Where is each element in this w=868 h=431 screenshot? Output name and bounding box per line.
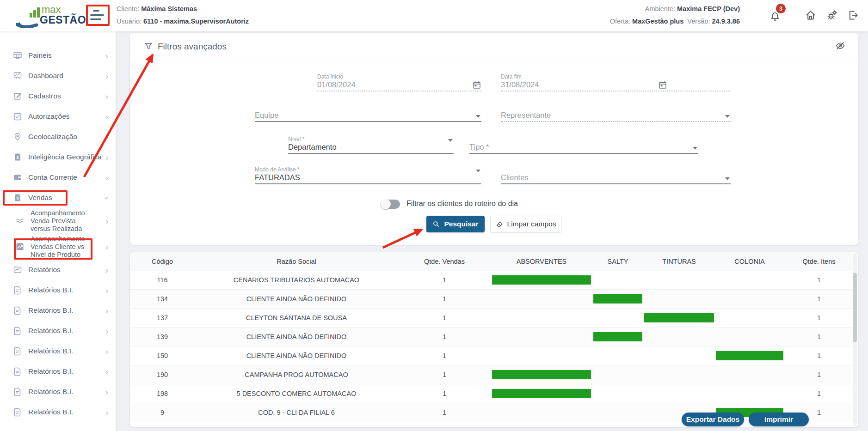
analysis-mode-underline — [255, 183, 481, 184]
type-select[interactable]: Tipo * — [469, 143, 698, 154]
sidebar-item-label: Relatórios B.I. — [28, 408, 73, 416]
sidebar-item-label: Geolocalização — [28, 133, 77, 141]
sidebar-item-label: Cadastros — [28, 92, 61, 100]
doc-icon — [13, 326, 22, 335]
doc-icon — [13, 346, 22, 356]
notification-count-badge[interactable]: 3 — [776, 4, 786, 13]
sidebar-item-relatorios-b-i[interactable]: Relatórios B.I.› — [0, 280, 116, 300]
date-start-field[interactable]: Data inicio 01/08/2024 — [317, 73, 481, 91]
export-data-button[interactable]: Exportar Dados — [682, 413, 744, 426]
hide-filters-eye-off-icon[interactable] — [835, 41, 845, 51]
sidebar-item-inteligencia-geografica[interactable]: $Inteligência Geográfica› — [0, 147, 116, 167]
versao-label: Versão: — [687, 18, 710, 25]
app-logo[interactable]: max GESTÃO — [13, 3, 82, 29]
clear-fields-button[interactable]: Limpar campos — [490, 216, 561, 232]
table-row: 150CLIENTE AINDA NÃO DEFINIDO11 — [130, 346, 854, 365]
cell-qtde-vendas: 1 — [398, 271, 491, 289]
table-row: 134CLIENTE AINDA NÃO DEFINIDO11 — [130, 290, 854, 309]
sidebar-item-relatorios-b-i[interactable]: Relatórios B.I.› — [0, 361, 116, 382]
annotation-box-hamburger — [86, 5, 110, 26]
calendar-icon[interactable] — [472, 80, 481, 90]
sidebar-item-paineis[interactable]: Paineis› — [0, 45, 116, 66]
doc-icon — [13, 367, 22, 376]
table-body: 116CENARIOS TRIBUTARIOS AUTOMACAO11134CL… — [130, 271, 854, 422]
mail-chart-icon — [13, 265, 22, 274]
cell-salty — [592, 290, 643, 308]
client-label: Cliente: — [117, 5, 139, 12]
ambiente-label: Ambiente: — [645, 5, 675, 12]
sidebar-item-relatorios-b-i[interactable]: Relatórios B.I.› — [0, 300, 116, 321]
sidebar-item-conta-corrente[interactable]: Conta Corrente› — [0, 167, 116, 188]
table-row: 9COD. 9 - CLI DA FILIAL 611 — [130, 403, 854, 422]
representative-select[interactable]: Representante — [501, 111, 731, 122]
sidebar-item-label: Relatórios B.I. — [28, 367, 73, 376]
clients-placeholder: Clientes — [501, 173, 731, 183]
sidebar-item-relatorios-b-i[interactable]: Relatórios B.I.› — [0, 341, 116, 361]
sidebar-item-label: Relatórios B.I. — [28, 347, 73, 355]
oferta-value: MaxGestão plus — [632, 18, 683, 25]
date-start-label: Data inicio — [317, 73, 481, 80]
table-row: 139CLIENTE AINDA NÃO DEFINIDO11 — [130, 328, 854, 346]
date-end-field[interactable]: Data fim 31/08/2024 — [501, 73, 731, 91]
column-header-qtde-itens: Qtde. Itens — [784, 252, 854, 271]
cell-colonia — [715, 309, 784, 327]
cell-razao-social: COD. 9 - CLI DA FILIAL 6 — [195, 403, 398, 422]
chevron-down-icon: › — [102, 196, 111, 199]
svg-text:$: $ — [16, 155, 18, 160]
sidebar-item-relatorios-b-i[interactable]: Relatórios B.I.› — [0, 321, 116, 341]
analysis-mode-select[interactable]: Modo de Análise * FATURADAS — [255, 166, 481, 184]
cell-tinturas — [643, 328, 715, 346]
column-header-tinturas: TINTURAS — [643, 252, 715, 271]
cell-qtde-vendas: 1 — [398, 328, 491, 346]
sidebar-item-acompanhamento-venda-prevista-versus-realizada[interactable]: Acompanhamento Venda Prevista versus Rea… — [0, 208, 116, 234]
sidebar-item-relatorios-b-i[interactable]: Relatórios B.I.› — [0, 382, 116, 402]
print-button[interactable]: Imprimir — [749, 413, 809, 426]
cell-codigo: 150 — [130, 346, 195, 365]
chevron-down-icon — [476, 115, 480, 118]
cell-salty — [592, 309, 643, 327]
sidebar-item-geolocalizacao[interactable]: Geolocalização› — [0, 127, 116, 147]
cell-absorventes — [491, 384, 592, 403]
home-icon[interactable] — [805, 9, 818, 22]
cell-codigo: 116 — [130, 271, 195, 289]
clients-select[interactable]: Clientes — [501, 173, 731, 184]
sidebar-item-cadastros[interactable]: Cadastros› — [0, 86, 116, 106]
top-header: max GESTÃO Cliente: Máxima Sistemas Usuá… — [0, 0, 868, 31]
cell-absorventes — [491, 346, 592, 365]
column-header-qtde-vendas: Qtde. Vendas — [398, 252, 491, 271]
search-button[interactable]: Pesquisar — [426, 216, 485, 232]
wallet-icon — [13, 173, 22, 182]
chevron-right-icon: › — [105, 367, 108, 376]
level-select[interactable]: Nível * Departamento — [288, 136, 454, 154]
cell-colonia — [715, 365, 784, 384]
column-header-codigo: Código — [130, 252, 195, 271]
cell-qtde-vendas: 1 — [398, 309, 491, 327]
annotation-box-vendas — [3, 190, 68, 206]
sidebar-item-relatorios-b-i[interactable]: Relatórios B.I.› — [0, 402, 116, 422]
sidebar-item-autorizacoes[interactable]: Autorizações› — [0, 106, 116, 127]
filters-title: Filtros avançados — [144, 42, 227, 52]
settings-gears-icon[interactable] — [826, 9, 839, 22]
chevron-right-icon: › — [105, 217, 108, 225]
sidebar-item-label: Conta Corrente — [28, 173, 77, 182]
cell-colonia — [715, 328, 784, 346]
chevron-right-icon: › — [105, 153, 108, 162]
logout-icon[interactable] — [847, 9, 860, 22]
sidebar-item-relatorios[interactable]: Relatórios› — [0, 260, 116, 280]
team-select[interactable]: Equipe — [255, 111, 481, 122]
calendar-icon[interactable] — [658, 80, 667, 90]
sales-bar — [492, 389, 591, 398]
sidebar-nav: Paineis›Dashboard›Cadastros›Autorizações… — [0, 31, 116, 431]
chevron-right-icon: › — [105, 408, 108, 417]
chevron-down-icon — [693, 147, 697, 150]
sidebar-item-dashboard[interactable]: Dashboard› — [0, 66, 116, 86]
table-scrollbar-thumb[interactable] — [853, 273, 857, 342]
level-underline — [288, 153, 454, 154]
cell-colonia — [715, 346, 784, 365]
user-value: 6110 - maxima.SupervisorAutoriz — [143, 18, 249, 25]
sidebar-item-label: Inteligência Geográfica — [28, 153, 102, 161]
representative-underline — [501, 121, 731, 122]
sidebar-item-label: Relatórios B.I. — [28, 327, 73, 335]
chevron-right-icon: › — [105, 173, 108, 182]
route-clients-toggle[interactable] — [381, 200, 400, 209]
